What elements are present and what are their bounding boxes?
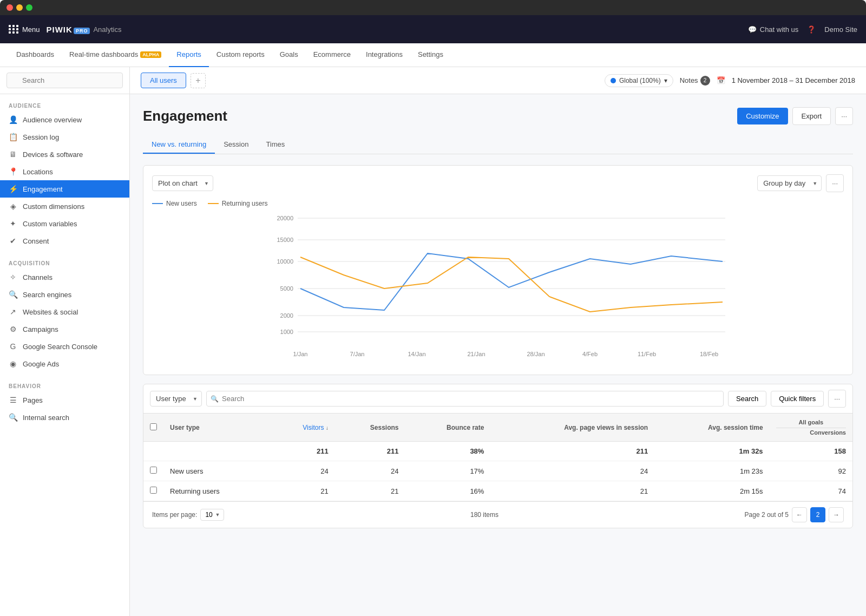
sidebar-item-devices[interactable]: 🖥 Devices & software [0,146,129,163]
plot-on-chart-select[interactable]: Plot on chart [152,175,213,191]
tab-session[interactable]: Session [215,136,257,154]
nav-item-settings[interactable]: Settings [410,43,451,67]
sidebar-item-custom-variables[interactable]: ✦ Custom variables [0,215,129,232]
table-search-icon: 🔍 [211,395,219,403]
nav-item-reports[interactable]: Reports [169,43,209,67]
sidebar-item-websites-social[interactable]: ↗ Websites & social [0,303,129,320]
sidebar-item-google-ads[interactable]: ◉ Google Ads [0,355,129,372]
legend-line-orange [208,203,219,204]
prev-page-button[interactable]: ← [792,507,807,522]
window-maximize-btn[interactable] [26,4,32,11]
date-range-button[interactable]: 1 November 2018 – 31 December 2018 [732,76,855,84]
row-checkbox[interactable] [150,487,157,494]
legend-new-users: New users [152,200,197,207]
col-visitors-header[interactable]: Visitors ↓ [270,414,335,442]
tab-new-vs-returning[interactable]: New vs. returning [143,136,215,154]
svg-text:18/Feb: 18/Feb [700,351,718,357]
svg-text:21/Jan: 21/Jan [467,351,485,357]
nav-item-realtime[interactable]: Real-time dashboardsALPHA [62,43,169,67]
menu-button[interactable]: Menu [9,25,40,34]
sidebar-item-engagement[interactable]: ⚡ Engagement [0,180,129,198]
chart-more-button[interactable]: ··· [826,174,844,192]
col-checkbox [143,414,163,442]
nav-item-ecommerce[interactable]: Ecommerce [306,43,358,67]
report-tabs: New vs. returning Session Times [143,136,853,154]
table-container: User type 🔍 Search Quick filters ··· [143,384,853,528]
page-info-label: Page 2 out of 5 [745,511,789,519]
sidebar-item-custom-dimensions[interactable]: ◈ Custom dimensions [0,198,129,215]
table-more-button[interactable]: ··· [828,390,846,408]
sidebar-item-session-log[interactable]: 📋 Session log [0,128,129,146]
help-icon[interactable]: ❓ [807,25,816,34]
customize-button[interactable]: Customize [737,108,788,124]
export-button[interactable]: Export [792,107,831,125]
items-per-page-select[interactable]: 10 25 50 [200,509,224,521]
chart-svg-wrap: 20000 15000 10000 5000 2000 1000 [152,213,844,366]
next-page-button[interactable]: → [829,507,844,522]
sidebar-item-audience-overview[interactable]: 👤 Audience overview [0,111,129,128]
group-by-select[interactable]: Group by day [757,175,822,191]
sidebar-item-locations[interactable]: 📍 Locations [0,163,129,180]
sidebar-item-campaigns[interactable]: ⚙ Campaigns [0,320,129,338]
sidebar-item-label: Search engines [23,291,71,299]
table-row: Returning users 21 21 16% 21 2m 15s 74 [143,481,852,501]
totals-user-type [163,442,270,461]
report-content: Engagement Customize Export ··· New vs. … [130,94,866,541]
select-all-checkbox[interactable] [150,423,157,430]
global-dot [611,78,616,83]
window-chrome [0,0,866,15]
svg-text:4/Feb: 4/Feb [582,351,598,357]
window-minimize-btn[interactable] [16,4,23,11]
tab-times[interactable]: Times [257,136,293,154]
sidebar-item-label: Websites & social [23,308,78,316]
totals-checkbox-cell [143,442,163,461]
chat-icon: 💬 [748,25,757,34]
window-close-btn[interactable] [6,4,13,11]
sidebar-item-channels[interactable]: ✧ Channels [0,268,129,286]
report-more-button[interactable]: ··· [835,107,853,125]
nav-item-custom-reports[interactable]: Custom reports [209,43,272,67]
chat-button[interactable]: 💬 Chat with us [748,25,799,34]
nav-item-goals[interactable]: Goals [272,43,306,67]
all-users-tab[interactable]: All users [141,73,186,88]
visitors-sort-icon: ↓ [326,425,329,431]
user-type-filter-wrap: User type [150,391,202,407]
row-checkbox[interactable] [150,467,157,474]
sidebar-item-label: Pages [23,396,43,404]
demo-site-label[interactable]: Demo Site [824,25,857,34]
current-page-button[interactable]: 2 [810,507,825,522]
legend-new-users-label: New users [166,200,197,207]
sidebar-item-search-engines[interactable]: 🔍 Search engines [0,286,129,303]
add-segment-button[interactable]: + [191,73,206,88]
table-row: New users 24 24 17% 24 1m 23s 92 [143,461,852,481]
table-search-input[interactable] [206,391,724,407]
pages-icon: ☰ [9,396,17,404]
sidebar-item-google-search-console[interactable]: G Google Search Console [0,338,129,355]
calendar-icon: 📅 [717,76,725,84]
svg-text:1000: 1000 [280,329,293,335]
quick-filters-button[interactable]: Quick filters [771,391,824,407]
row-visitors: 21 [270,481,335,501]
sidebar-item-internal-search[interactable]: 🔍 Internal search [0,409,129,426]
sidebar-item-label: Google Search Console [23,343,97,351]
nav-item-dashboards[interactable]: Dashboards [9,43,62,67]
report-actions: Customize Export ··· [737,107,853,125]
row-user-type: New users [163,461,270,481]
svg-text:2000: 2000 [280,312,293,319]
chat-label: Chat with us [760,25,799,34]
table-search-button[interactable]: Search [728,391,766,407]
sidebar-item-consent[interactable]: ✔ Consent [0,232,129,250]
sidebar-search-input[interactable] [6,73,123,88]
totals-avg-session-time: 1m 32s [654,442,769,461]
notes-button[interactable]: Notes 2 [680,76,710,86]
global-filter-button[interactable]: Global (100%) ▾ [605,74,673,87]
sidebar-item-pages[interactable]: ☰ Pages [0,391,129,409]
nav-item-integrations[interactable]: Integrations [358,43,410,67]
user-type-filter-select[interactable]: User type [150,391,202,407]
audience-section-label: AUDIENCE [0,101,129,111]
col-avg-page-views-header: Avg. page views in session [490,414,654,442]
sidebar-section-behavior: BEHAVIOR ☰ Pages 🔍 Internal search [0,375,129,428]
row-avg-page-views: 21 [490,481,654,501]
custom-dimensions-icon: ◈ [9,202,17,211]
chart-svg: 20000 15000 10000 5000 2000 1000 [152,213,844,364]
